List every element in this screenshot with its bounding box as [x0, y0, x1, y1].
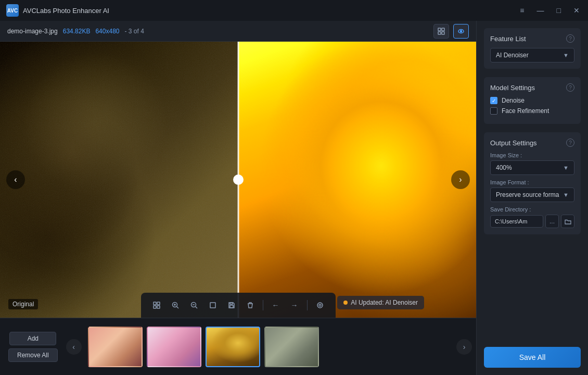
svg-rect-18 — [230, 305, 233, 308]
feature-list-selected: AI Denoiser — [496, 52, 529, 59]
svg-rect-3 — [442, 32, 444, 34]
image-format-label: Image Format : — [490, 179, 574, 185]
face-refinement-label: Face Refinement — [502, 107, 549, 115]
enhanced-image — [238, 42, 477, 318]
info-bar: demo-image-3.jpg 634.82KB 640x480 - 3 of… — [0, 21, 476, 42]
app-icon: AVC — [6, 4, 19, 17]
save-directory-folder-button[interactable] — [561, 215, 574, 228]
left-panel: demo-image-3.jpg 634.82KB 640x480 - 3 of… — [0, 21, 476, 375]
toolbar-delete-button[interactable] — [242, 297, 259, 314]
maximize-button[interactable]: □ — [555, 5, 563, 16]
toolbar-prev-button[interactable]: ← — [267, 297, 284, 314]
menu-button[interactable]: ≡ — [518, 5, 526, 16]
fit-window-button[interactable] — [433, 24, 449, 39]
main-content: demo-image-3.jpg 634.82KB 640x480 - 3 of… — [0, 21, 588, 375]
image-format-dropdown[interactable]: Preserve source forma ▼ — [490, 188, 574, 202]
feature-list-header: Feature List ? — [490, 34, 574, 43]
ai-badge-dot — [343, 301, 348, 305]
model-settings-section: Model Settings ? ✓ Denoise Face Refineme… — [484, 77, 581, 124]
image-size-dropdown[interactable]: 400% ▼ — [490, 160, 574, 175]
right-panel: Feature List ? AI Denoiser ▼ Model Setti… — [476, 21, 588, 375]
denoise-checkbox-row[interactable]: ✓ Denoise — [490, 97, 574, 104]
svg-rect-7 — [157, 302, 160, 305]
original-image — [0, 42, 238, 318]
output-settings-header: Output Settings ? — [490, 139, 574, 147]
add-button[interactable]: Add — [9, 332, 56, 345]
ai-badge-text: AI Updated: AI Denoiser — [351, 299, 418, 306]
toolbar-fit-button[interactable] — [148, 297, 165, 314]
toolbar-next-button[interactable]: → — [286, 297, 303, 314]
thumbnail-1[interactable] — [88, 327, 143, 367]
output-settings-section: Output Settings ? Image Size : 400% ▼ Im… — [484, 132, 581, 234]
image-container — [0, 42, 476, 318]
svg-rect-19 — [230, 303, 233, 304]
close-button[interactable]: ✕ — [571, 5, 582, 16]
remove-all-button[interactable]: Remove All — [8, 348, 58, 362]
denoise-checkbox[interactable]: ✓ — [490, 97, 497, 104]
add-remove-buttons: Add Remove All — [4, 332, 66, 362]
preview-button[interactable] — [453, 24, 469, 39]
save-directory-dots-button[interactable]: ... — [545, 215, 559, 228]
toolbar-separator-1 — [263, 300, 263, 310]
svg-line-15 — [195, 307, 197, 309]
image-toolbar: ← → — [141, 293, 336, 318]
svg-point-5 — [461, 30, 462, 32]
ai-updated-badge: AI Updated: AI Denoiser — [337, 296, 424, 309]
svg-rect-9 — [157, 306, 160, 308]
save-directory-row: C:\Users\Am ... — [490, 215, 574, 228]
image-size-value: 400% — [496, 164, 512, 171]
output-settings-help-icon[interactable]: ? — [566, 139, 574, 147]
info-bar-controls — [433, 24, 469, 39]
bottom-area: Add Remove All ‹ › — [0, 318, 476, 375]
minimize-button[interactable]: — — [535, 5, 546, 16]
image-size-label: Image Size : — [490, 152, 574, 158]
svg-point-20 — [317, 303, 323, 308]
thumbnail-3[interactable] — [206, 327, 260, 367]
denoise-label: Denoise — [502, 97, 525, 104]
image-format-dropdown-arrow: ▼ — [563, 192, 569, 198]
title-bar-controls: ≡ — □ ✕ — [518, 5, 582, 16]
title-bar: AVC AVCLabs Photo Enhancer AI ≡ — □ ✕ — [0, 0, 588, 21]
feature-list-title: Feature List — [490, 35, 526, 43]
toolbar-compare-button[interactable] — [312, 297, 328, 314]
svg-rect-8 — [154, 306, 156, 308]
save-directory-input[interactable]: C:\Users\Am — [490, 215, 543, 228]
svg-point-21 — [319, 304, 321, 306]
feature-list-section: Feature List ? AI Denoiser ▼ — [484, 28, 581, 69]
toolbar-zoom-out-button[interactable] — [186, 297, 202, 314]
toolbar-separator-2 — [307, 300, 308, 310]
save-all-button[interactable]: Save All — [484, 347, 581, 368]
model-settings-help-icon[interactable]: ? — [566, 83, 574, 92]
svg-rect-6 — [154, 302, 156, 305]
svg-rect-17 — [210, 303, 215, 308]
split-handle[interactable] — [233, 174, 244, 185]
toolbar-save-button[interactable] — [223, 297, 240, 314]
svg-rect-2 — [438, 32, 441, 34]
toolbar-zoom-in-button[interactable] — [167, 297, 184, 314]
dimensions-label: 640x480 — [95, 28, 119, 35]
save-directory-label: Save Directory : — [490, 206, 574, 213]
feature-list-dropdown[interactable]: AI Denoiser ▼ — [490, 48, 574, 63]
image-viewer: ‹ › Original AI Updated: AI Denoiser — [0, 42, 476, 318]
face-refinement-checkbox[interactable] — [490, 107, 497, 115]
thumbnail-2[interactable] — [147, 327, 201, 367]
filename-label: demo-image-3.jpg — [7, 28, 58, 35]
feature-list-help-icon[interactable]: ? — [566, 34, 574, 43]
image-size-dropdown-arrow: ▼ — [563, 165, 569, 171]
image-format-value: Preserve source forma — [496, 191, 559, 198]
original-label: Original — [8, 299, 38, 309]
face-refinement-checkbox-row[interactable]: Face Refinement — [490, 107, 574, 115]
output-settings-title: Output Settings — [490, 139, 537, 147]
thumbnails-next-button[interactable]: › — [456, 339, 472, 355]
toolbar-crop-button[interactable] — [204, 297, 221, 314]
thumbnails-prev-button[interactable]: ‹ — [66, 339, 82, 355]
model-settings-title: Model Settings — [490, 84, 535, 92]
prev-image-button[interactable]: ‹ — [6, 170, 25, 189]
model-settings-header: Model Settings ? — [490, 83, 574, 92]
image-count-label: - 3 of 4 — [124, 28, 144, 35]
svg-rect-1 — [442, 28, 444, 31]
thumbnails-area — [82, 327, 456, 367]
thumbnail-4[interactable] — [264, 327, 319, 367]
app-title: AVCLabs Photo Enhancer AI — [23, 7, 109, 15]
next-image-button[interactable]: › — [451, 170, 470, 189]
